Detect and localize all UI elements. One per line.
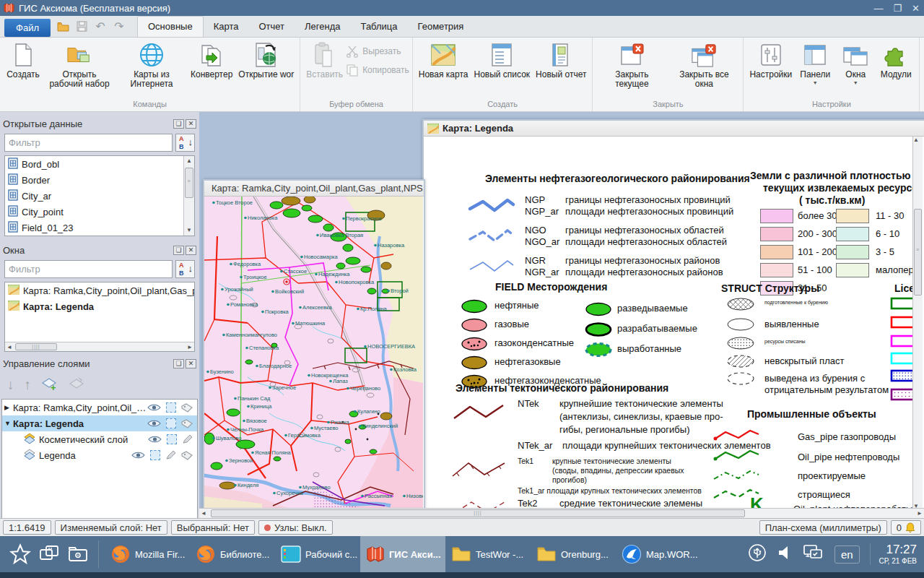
scroll-up-icon[interactable]: ▲ — [913, 137, 923, 143]
pencil-icon[interactable] — [182, 434, 193, 444]
pencil-icon[interactable] — [165, 450, 176, 460]
tab-основные[interactable]: Основные — [137, 16, 204, 37]
tag-icon[interactable] — [181, 403, 193, 413]
editable-layer-indicator[interactable]: Изменяемый слой: Нет — [55, 520, 167, 535]
redo-icon[interactable]: ↷ — [113, 20, 126, 33]
ribbon-button-globe[interactable]: Карты из Интернета — [116, 40, 188, 90]
tree-collapsed-icon[interactable]: ▶ — [4, 404, 13, 411]
eye-icon[interactable] — [148, 435, 162, 444]
scale-indicator[interactable]: 1:1.6419 — [3, 520, 51, 535]
list-item[interactable]: Field_01_23 — [5, 220, 194, 236]
eye-icon[interactable] — [147, 403, 161, 412]
keyboard-layout-indicator[interactable]: en — [834, 545, 860, 564]
open-data-scrollbar[interactable]: ▲ ≡ ▼ — [183, 156, 194, 236]
checkbox-icon[interactable] — [150, 450, 160, 460]
float-panel-icon[interactable]: ❏ — [173, 359, 184, 368]
eye-icon[interactable] — [147, 419, 161, 428]
list-item[interactable]: City_ar — [5, 188, 194, 204]
taskbar-task-firefox[interactable]: Библиоте... — [190, 536, 275, 572]
volume-tray-icon[interactable] — [777, 544, 793, 564]
ribbon-button-modules[interactable]: Модули — [876, 40, 916, 81]
add-layer-button[interactable]: + — [41, 376, 58, 394]
legend-scrollbar[interactable]: ▲ ≡ ▼ — [912, 137, 923, 509]
display-tray-icon[interactable] — [803, 543, 824, 566]
close-panel-icon[interactable]: ✕ — [186, 246, 196, 255]
nodes-indicator[interactable]: Узлы: Выкл. — [258, 520, 333, 535]
taskbar-task-desktop[interactable]: Рабочий с... — [275, 536, 360, 572]
tag-icon[interactable] — [181, 419, 193, 428]
move-layer-down-button[interactable]: ↓ — [7, 377, 14, 393]
ribbon-button-cut[interactable]: Вырезать — [346, 45, 409, 58]
tab-карта[interactable]: Карта — [204, 17, 249, 37]
tab-геометрия[interactable]: Геометрия — [408, 17, 474, 37]
ribbon-button-converter[interactable]: Конвертер — [188, 40, 235, 81]
checkbox-icon[interactable] — [166, 418, 176, 428]
notifications-indicator[interactable]: 0 — [891, 520, 921, 535]
scroll-up-icon[interactable]: ▲ — [184, 156, 194, 166]
window-list-item[interactable]: Карта: Ramka,City_point,Oil_plant,Gas_pl… — [5, 282, 194, 298]
taskbar-task-folder[interactable]: TestWor -... — [445, 536, 531, 572]
checkbox-icon[interactable] — [167, 434, 177, 444]
list-item[interactable]: City_point — [5, 204, 194, 220]
map-window[interactable]: Карта: Ramka,City_point,Oil_plant,Gas_pl… — [203, 179, 425, 509]
layer-tree-row[interactable]: Косметический слой — [2, 431, 197, 447]
mdi-horizontal-scrollbar[interactable]: ◄ |||| ► — [199, 508, 924, 518]
scroll-left-icon[interactable]: ◄ — [6, 344, 12, 350]
ribbon-button-panels[interactable]: Панели▼ — [795, 40, 835, 87]
legend-map-window[interactable]: Карта: Legenda Элементы нефтегазогеологи… — [422, 119, 924, 509]
usb-tray-icon[interactable] — [748, 543, 767, 565]
layer-tree-row[interactable]: ▶Карта: Ramka,City_point,Oil_pl... — [2, 400, 197, 415]
window-list-icon[interactable] — [35, 540, 64, 569]
ribbon-button-windows[interactable]: Окна▼ — [835, 40, 876, 87]
open-data-filter-input[interactable] — [4, 134, 173, 152]
layer-tree-row[interactable]: ▼Карта: Legenda — [2, 415, 197, 431]
sort-button[interactable]: AB↓ — [175, 134, 195, 152]
list-item[interactable]: Border — [5, 172, 194, 188]
ribbon-button-settings[interactable]: Настройки — [746, 40, 795, 81]
undo-icon[interactable]: ↶ — [94, 20, 107, 33]
float-panel-icon[interactable]: ❏ — [173, 119, 184, 129]
taskbar-task-mapinfo[interactable]: Map.WOR... — [616, 536, 701, 572]
scroll-right-icon[interactable]: ► — [917, 510, 923, 517]
tag-icon[interactable] — [181, 451, 193, 460]
close-panel-icon[interactable]: ✕ — [186, 119, 196, 129]
ribbon-button-new-map[interactable]: Новая карта — [416, 40, 471, 81]
selection-indicator[interactable]: Выбранный: Нет — [171, 520, 255, 535]
list-item[interactable]: Bord_obl — [5, 156, 194, 172]
taskbar-task-firefox[interactable]: Mozilla Fir... — [105, 536, 190, 572]
ribbon-button-close-window[interactable]: Закрыть текущее — [596, 40, 668, 90]
maximize-icon[interactable]: ❐ — [893, 3, 902, 14]
save-icon[interactable] — [75, 20, 88, 33]
open-folder-icon[interactable] — [56, 20, 69, 33]
window-list-item[interactable]: Карта: Legenda — [5, 298, 194, 314]
sort-button[interactable]: AB↓ — [175, 260, 195, 278]
scroll-left-icon[interactable]: ◄ — [201, 510, 206, 517]
tree-expanded-icon[interactable]: ▼ — [4, 420, 13, 427]
projection-indicator[interactable]: План-схема (миллиметры) — [759, 520, 887, 535]
file-menu-button[interactable]: Файл — [4, 19, 51, 37]
tab-легенда[interactable]: Легенда — [295, 17, 350, 37]
ribbon-button-open-wor[interactable]: Открытие wor — [235, 40, 297, 81]
windows-filter-input[interactable] — [4, 260, 173, 278]
tab-отчет[interactable]: Отчет — [248, 17, 295, 37]
map-canvas[interactable]: Тоцкое ВтороеНиколаевкаПервокрасноеИвано… — [204, 197, 423, 509]
float-panel-icon[interactable]: ❏ — [173, 246, 184, 255]
clock[interactable]: 17:27 СР, 21 ФЕВ — [870, 543, 917, 565]
close-panel-icon[interactable]: ✕ — [186, 359, 196, 368]
checkbox-icon[interactable] — [166, 402, 176, 413]
scroll-right-icon[interactable]: ► — [187, 344, 193, 350]
ribbon-button-new-document[interactable]: Создать — [3, 40, 43, 81]
ribbon-button-paste[interactable]: Вставить — [303, 40, 346, 81]
move-layer-up-button[interactable]: ↑ — [25, 377, 32, 393]
eye-icon[interactable] — [131, 451, 145, 460]
taskbar-task-axioma[interactable]: ГИС Акси... — [360, 536, 445, 572]
taskbar-task-folder[interactable]: Orenburg... — [531, 536, 616, 572]
ribbon-button-new-report[interactable]: Новый отчет — [533, 40, 589, 81]
layer-tree-row[interactable]: Legenda — [2, 447, 197, 463]
ribbon-button-new-list[interactable]: Новый список — [471, 40, 533, 81]
windows-list-scrollbar[interactable]: ◄ |||| ► — [5, 342, 194, 351]
scroll-down-icon[interactable]: ▼ — [184, 225, 194, 236]
close-icon[interactable]: ✕ — [912, 3, 920, 14]
layer-style-button[interactable] — [69, 376, 86, 394]
ribbon-button-open-folder[interactable]: Открыть рабочий набор — [43, 40, 116, 90]
